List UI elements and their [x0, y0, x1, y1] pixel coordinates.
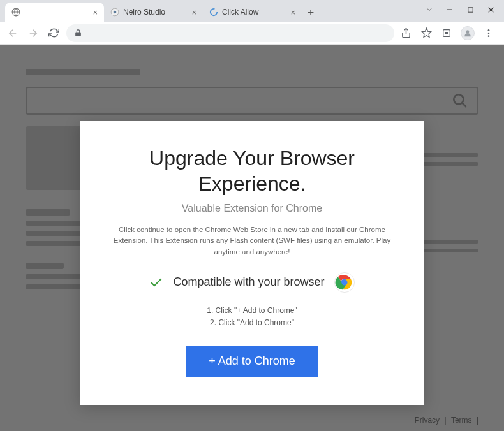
tab-neiro[interactable]: Neiro Studio × — [104, 3, 203, 22]
forward-button[interactable] — [26, 26, 41, 41]
compatible-text: Compatible with your browser — [173, 275, 324, 289]
new-tab-button[interactable]: + — [302, 4, 320, 22]
extensions-icon[interactable] — [440, 27, 453, 40]
checkmark-icon — [149, 275, 164, 290]
svg-rect-4 — [468, 7, 472, 11]
tab-title: Neiro Studio — [123, 8, 188, 17]
back-button[interactable] — [5, 26, 20, 41]
modal-heading: Upgrade Your Browser Experience. — [112, 145, 392, 196]
neiro-favicon-icon — [110, 8, 119, 17]
lock-icon — [74, 29, 82, 37]
profile-avatar[interactable] — [461, 26, 475, 40]
toolbar — [0, 22, 504, 45]
svg-point-7 — [466, 30, 470, 33]
maximize-icon[interactable] — [466, 5, 475, 14]
close-icon[interactable]: × — [93, 8, 98, 17]
modal-description: Click continue to open the Chrome Web St… — [112, 224, 392, 258]
toolbar-right — [399, 26, 499, 40]
svg-point-9 — [488, 32, 490, 34]
browser-window: × Neiro Studio × Click Allow × + — [0, 0, 504, 431]
step-1: 1. Click "+ Add to Chrome" — [112, 305, 392, 317]
tab-strip: × Neiro Studio × Click Allow × + — [0, 0, 320, 22]
close-icon[interactable]: × — [191, 8, 196, 17]
compatibility-row: Compatible with your browser — [112, 272, 392, 293]
add-to-chrome-button[interactable]: + Add to Chrome — [186, 346, 318, 377]
svg-point-2 — [114, 11, 117, 14]
install-steps: 1. Click "+ Add to Chrome" 2. Click "Add… — [112, 305, 392, 329]
address-bar[interactable] — [66, 24, 394, 42]
minimize-icon[interactable] — [445, 5, 454, 14]
svg-point-3 — [211, 9, 218, 16]
chrome-logo-icon — [334, 272, 355, 293]
tab-click-allow[interactable]: Click Allow × — [203, 3, 302, 22]
close-window-icon[interactable] — [486, 5, 495, 14]
bookmark-icon[interactable] — [420, 27, 433, 40]
chevron-down-icon[interactable] — [425, 5, 434, 14]
svg-point-10 — [488, 35, 490, 37]
tab-active[interactable]: × — [5, 3, 104, 22]
svg-point-8 — [488, 29, 490, 31]
step-2: 2. Click "Add to Chrome" — [112, 317, 392, 329]
share-icon[interactable] — [399, 27, 412, 40]
reload-button[interactable] — [46, 26, 61, 41]
tab-title: Click Allow — [222, 8, 286, 17]
globe-icon — [11, 8, 20, 17]
svg-rect-6 — [445, 32, 448, 34]
menu-icon[interactable] — [482, 27, 495, 40]
window-controls — [416, 0, 504, 19]
upgrade-modal: Upgrade Your Browser Experience. Valuabl… — [80, 121, 424, 405]
titlebar: × Neiro Studio × Click Allow × + — [0, 0, 504, 22]
page-content: Privacy | Terms | PC risk.com Upgrade Yo… — [0, 45, 504, 431]
modal-subheading: Valuable Extension for Chrome — [112, 203, 392, 214]
close-icon[interactable]: × — [290, 8, 295, 17]
allow-favicon-icon — [209, 8, 218, 17]
